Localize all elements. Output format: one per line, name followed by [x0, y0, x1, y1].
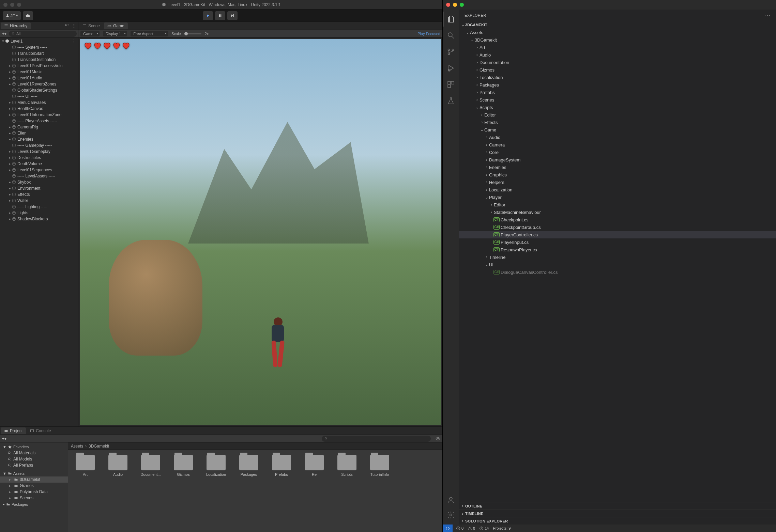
- file-item[interactable]: C#PlayerInput.cs: [459, 238, 776, 246]
- detach-icon[interactable]: [65, 24, 70, 28]
- scene-row[interactable]: ▼Level1⋮: [0, 38, 78, 44]
- hierarchy-item[interactable]: ▸Enemies: [0, 136, 78, 142]
- hierarchy-item[interactable]: TransitionDestination: [0, 57, 78, 63]
- hierarchy-tree[interactable]: ▼Level1⋮----- System -----TransitionStar…: [0, 37, 78, 426]
- folder-item[interactable]: ⌄Assets: [459, 29, 776, 36]
- hierarchy-item[interactable]: ▸Level01Sequences: [0, 167, 78, 173]
- folder-item[interactable]: ›Helpers: [459, 178, 776, 186]
- testing-activity[interactable]: [443, 93, 459, 108]
- project-tree-item[interactable]: ▸Scenes: [0, 495, 68, 501]
- hierarchy-item[interactable]: ▸Level01InformationZone: [0, 112, 78, 118]
- close-dot[interactable]: [446, 3, 450, 7]
- folder-item[interactable]: ›Audio: [459, 134, 776, 141]
- cloud-button[interactable]: [23, 11, 33, 20]
- asset-folder[interactable]: Gizmos: [171, 455, 196, 476]
- folder-item[interactable]: ›Effects: [459, 119, 776, 126]
- folder-item[interactable]: ›Prefabs: [459, 89, 776, 96]
- sidebar-section[interactable]: ›OUTLINE: [459, 502, 776, 510]
- folder-item[interactable]: ⌄Game: [459, 126, 776, 134]
- accounts-activity[interactable]: [443, 492, 459, 507]
- hierarchy-item[interactable]: ▸CameraRig: [0, 124, 78, 130]
- minimize-dot[interactable]: [10, 3, 14, 7]
- packages-header[interactable]: ▸ Packages: [0, 501, 68, 507]
- hierarchy-item[interactable]: ----- Lighting -----: [0, 204, 78, 210]
- hierarchy-item[interactable]: ▸HealthCanvas: [0, 106, 78, 112]
- project-tree-item[interactable]: ▸Gizmos: [0, 483, 68, 489]
- account-button[interactable]: JE ▾: [3, 11, 21, 20]
- game-viewport[interactable]: [80, 39, 441, 425]
- project-breadcrumb[interactable]: Assets › 3DGamekit: [68, 442, 442, 450]
- more-icon[interactable]: ···: [765, 13, 771, 17]
- hierarchy-item[interactable]: ▸ShadowBlockers: [0, 216, 78, 222]
- workspace-root[interactable]: ⌄3DGAMEKIT: [459, 21, 776, 29]
- hierarchy-item[interactable]: ----- Gameplay -----: [0, 142, 78, 148]
- folder-item[interactable]: ›Editor: [459, 111, 776, 119]
- remote-indicator[interactable]: [443, 525, 453, 532]
- warnings-status[interactable]: 0: [468, 526, 475, 531]
- source-control-activity[interactable]: [443, 44, 459, 59]
- favorites-header[interactable]: ▼ Favorites: [0, 444, 68, 450]
- sidebar-section[interactable]: ›SOLUTION EXPLORER: [459, 517, 776, 525]
- display-dropdown[interactable]: Display 1: [103, 31, 127, 36]
- explorer-activity[interactable]: [443, 12, 459, 27]
- favorite-item[interactable]: All Prefabs: [0, 462, 68, 468]
- folder-item[interactable]: ›Art: [459, 44, 776, 51]
- asset-folder[interactable]: Localization: [204, 455, 228, 476]
- project-tab[interactable]: Project: [1, 427, 26, 434]
- projects-status[interactable]: Projects: 9: [493, 526, 511, 530]
- file-item[interactable]: C#Checkpoint.cs: [459, 216, 776, 223]
- project-tree-item[interactable]: ▸Polybrush Data: [0, 489, 68, 495]
- file-item[interactable]: C#RespawnPlayer.cs: [459, 246, 776, 253]
- asset-folder[interactable]: Document...: [138, 455, 163, 476]
- hierarchy-item[interactable]: ▸Water: [0, 198, 78, 204]
- hierarchy-item[interactable]: ▸Lights: [0, 210, 78, 216]
- folder-item[interactable]: ›DamageSystem: [459, 156, 776, 163]
- file-item[interactable]: C#DialogueCanvasController.cs: [459, 268, 776, 276]
- play-focused-label[interactable]: Play Focused: [417, 32, 440, 36]
- folder-item[interactable]: ⌄UI: [459, 261, 776, 268]
- pause-button[interactable]: [215, 11, 225, 20]
- asset-folder[interactable]: Prefabs: [269, 455, 294, 476]
- folder-item[interactable]: ›Timeline: [459, 253, 776, 261]
- file-item[interactable]: C#PlayerController.cs: [459, 231, 776, 238]
- hierarchy-item[interactable]: ----- PlayerAssets -----: [0, 118, 78, 124]
- hierarchy-item[interactable]: ▸Level01PostProcessVolu: [0, 63, 78, 69]
- folder-item[interactable]: ⌄3DGamekit: [459, 36, 776, 44]
- file-item[interactable]: C#CheckpointGroup.cs: [459, 223, 776, 231]
- folder-item[interactable]: ›Camera: [459, 141, 776, 148]
- minimize-dot[interactable]: [453, 3, 457, 7]
- explorer-tree[interactable]: ⌄3DGAMEKIT ⌄Assets⌄3DGamekit›Art›Audio›D…: [459, 21, 776, 502]
- hierarchy-item[interactable]: TransitionStart: [0, 50, 78, 57]
- folder-item[interactable]: ⌄Scripts: [459, 104, 776, 111]
- unity-window-controls[interactable]: [3, 3, 21, 7]
- hierarchy-item[interactable]: ▸Destructibles: [0, 155, 78, 161]
- aspect-dropdown[interactable]: Free Aspect: [131, 31, 168, 36]
- hierarchy-item[interactable]: ▸Level01ReverbZones: [0, 81, 78, 87]
- folder-item[interactable]: ›Editor: [459, 201, 776, 208]
- vscode-window-controls[interactable]: [446, 3, 464, 7]
- hierarchy-item[interactable]: ▸Environment: [0, 185, 78, 191]
- settings-activity[interactable]: [443, 507, 459, 522]
- search-activity[interactable]: [443, 28, 459, 43]
- clock-status[interactable]: 14: [479, 526, 489, 531]
- folder-item[interactable]: ›Scenes: [459, 96, 776, 104]
- hierarchy-item[interactable]: ▸DeathVolume: [0, 161, 78, 167]
- asset-folder[interactable]: Packages: [237, 455, 261, 476]
- play-button[interactable]: [203, 11, 213, 20]
- step-button[interactable]: [227, 11, 238, 20]
- hierarchy-item[interactable]: ▸Level01Gameplay: [0, 148, 78, 155]
- visibility-icon[interactable]: [436, 436, 440, 441]
- favorite-item[interactable]: All Models: [0, 456, 68, 462]
- hierarchy-item[interactable]: ▸Level01Audio: [0, 75, 78, 81]
- hierarchy-item[interactable]: ----- System -----: [0, 44, 78, 50]
- maximize-dot[interactable]: [460, 3, 464, 7]
- hierarchy-item[interactable]: ▸MenuCanvases: [0, 99, 78, 106]
- hierarchy-item[interactable]: ▸Skybox: [0, 179, 78, 185]
- sidebar-section[interactable]: ›TIMELINE: [459, 510, 776, 517]
- folder-item[interactable]: ›Enemies: [459, 163, 776, 171]
- project-create-dropdown[interactable]: +▾: [2, 436, 6, 441]
- close-dot[interactable]: [3, 3, 7, 7]
- asset-grid[interactable]: ArtAudioDocument...GizmosLocalizationPac…: [68, 450, 442, 532]
- game-tab[interactable]: Game: [104, 22, 128, 29]
- folder-item[interactable]: ›Localization: [459, 186, 776, 193]
